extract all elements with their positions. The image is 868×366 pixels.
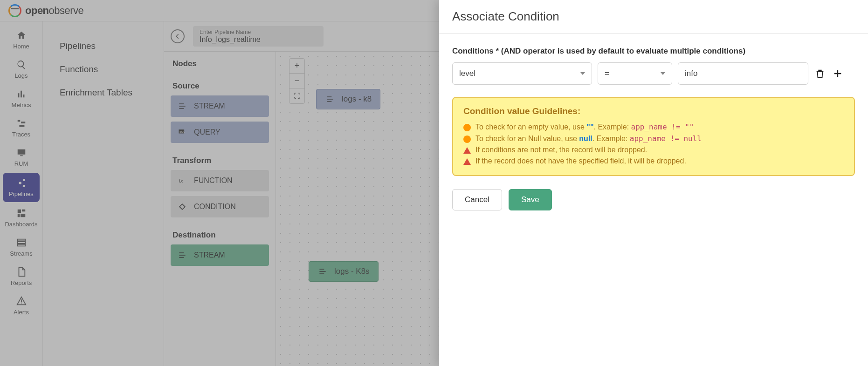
guideline-text: To check for an empty value, use [475, 123, 586, 131]
guidelines-title: Condition value Guidelines: [463, 106, 844, 116]
guideline-item: If the record does not have the specifie… [463, 156, 844, 167]
guideline-keyword: null [579, 135, 592, 142]
operator-value: = [605, 69, 609, 78]
field-value: level [459, 69, 475, 78]
guidelines-box: Condition value Guidelines: To check for… [452, 97, 855, 176]
panel-header: Associate Condition [439, 0, 868, 34]
guideline-item: To check for an empty value, use "". Exa… [463, 121, 844, 133]
trash-icon [815, 68, 825, 79]
guideline-text: If conditions are not met, the record wi… [475, 146, 647, 154]
conditions-label: Conditions * (AND operator is used by de… [452, 47, 855, 56]
operator-select[interactable]: = [598, 62, 672, 85]
warning-icon [463, 158, 471, 165]
field-select[interactable]: level [452, 62, 592, 85]
warning-icon [463, 147, 471, 154]
chevron-down-icon [661, 72, 665, 75]
guideline-keyword: "" [586, 123, 593, 131]
value-input[interactable] [678, 62, 808, 85]
guideline-text: To check for an Null value, use [475, 135, 579, 142]
condition-row: level = [452, 62, 855, 85]
panel-title: Associate Condition [452, 9, 855, 24]
guideline-tail: . Example: [594, 123, 631, 131]
info-icon [463, 124, 471, 131]
guideline-tail: . Example: [592, 135, 630, 142]
guideline-item: To check for an Null value, use null. Ex… [463, 133, 844, 144]
guideline-item: If conditions are not met, the record wi… [463, 144, 844, 156]
add-condition-button[interactable] [832, 68, 844, 80]
info-icon [463, 136, 471, 143]
delete-condition-button[interactable] [814, 68, 826, 80]
save-button[interactable]: Save [509, 189, 552, 210]
guideline-code: app_name != "" [631, 122, 694, 131]
panel-actions: Cancel Save [452, 189, 855, 210]
guideline-text: If the record does not have the specifie… [475, 157, 686, 165]
guideline-code: app_name != null [630, 134, 702, 143]
value-field[interactable] [685, 69, 801, 78]
condition-panel: Associate Condition Conditions * (AND op… [439, 0, 868, 366]
cancel-button[interactable]: Cancel [452, 189, 502, 210]
chevron-down-icon [580, 72, 585, 75]
plus-icon [833, 68, 843, 79]
